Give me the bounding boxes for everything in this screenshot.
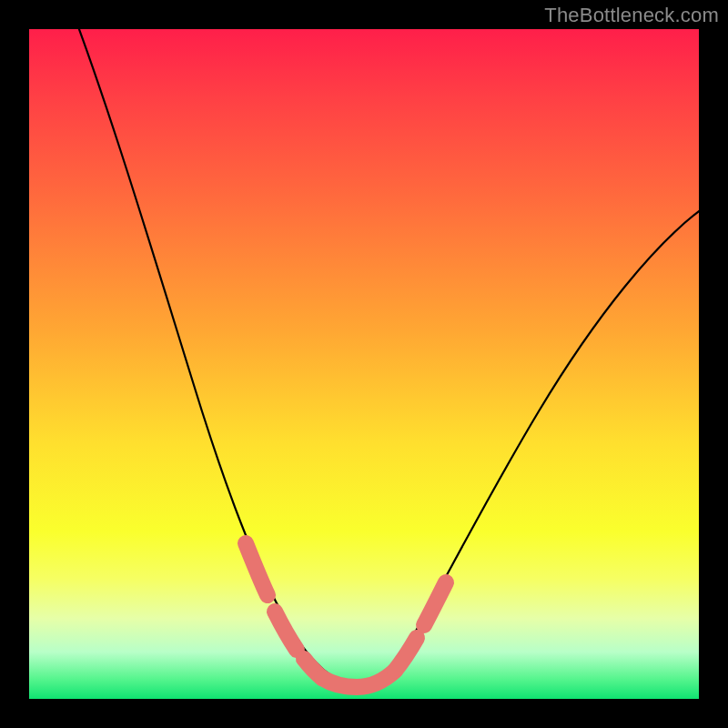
- highlight-bottom: [322, 671, 395, 687]
- highlight-left-seg2: [275, 612, 297, 650]
- chart-frame: TheBottleneck.com: [0, 0, 728, 728]
- plot-area: [29, 29, 699, 699]
- bottleneck-curve: [66, 0, 712, 684]
- curve-svg: [29, 29, 699, 699]
- highlight-right-seg2: [424, 582, 446, 625]
- watermark-text: TheBottleneck.com: [544, 4, 719, 27]
- highlight-right-seg1: [395, 638, 417, 671]
- highlight-left-seg1: [246, 543, 268, 595]
